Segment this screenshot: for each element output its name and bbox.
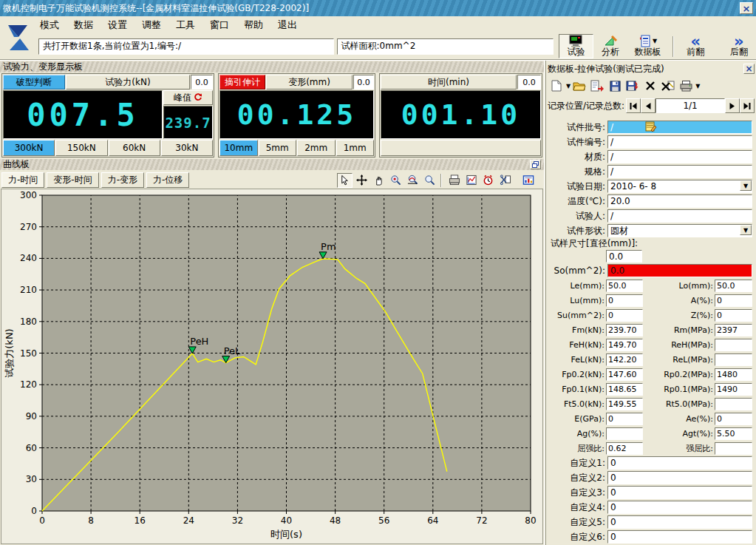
tab-deform-time[interactable]: 变形-时间 [47,172,98,188]
ft50-input[interactable] [606,398,643,410]
so-input[interactable] [607,264,752,277]
material-input[interactable] [607,150,752,163]
size-input[interactable] [606,250,642,263]
print-chart-icon[interactable] [446,173,462,188]
tab-force-displacement[interactable]: 力-位移 [146,172,189,188]
select-cursor-icon[interactable] [337,173,353,188]
timer-icon[interactable] [480,173,496,188]
custom4-input[interactable] [607,501,752,514]
force-range-300kn[interactable]: 300kN [3,140,55,156]
first-record-icon[interactable] [626,98,641,113]
feh-input[interactable] [606,339,643,351]
strength-ratio-input[interactable] [715,442,752,455]
deform-range-2mm[interactable]: 2mm [297,140,336,156]
deform-range-1mm[interactable]: 1mm [336,140,375,156]
deform-channel-button[interactable]: 变形(mm) [266,75,353,89]
close-icon[interactable]: × [740,2,753,14]
rm-input[interactable] [715,324,752,336]
peak-button[interactable]: 峰值 [163,90,213,105]
next-record-icon[interactable] [725,98,740,113]
custom5-input[interactable] [607,515,752,529]
move-crosshair-icon[interactable] [354,173,370,188]
tab-force-time[interactable]: 力-时间 [1,172,44,188]
force-time-chart[interactable]: 0816243240485664728003060901201501802102… [1,189,542,544]
fp01-input[interactable] [606,383,643,396]
ae-input[interactable] [715,413,752,425]
export-curve-icon[interactable] [463,173,479,188]
z-input[interactable] [715,309,752,322]
rp02-input[interactable] [715,368,752,381]
lo-input[interactable] [715,280,752,292]
reh-input[interactable] [715,339,752,351]
test-date-combo[interactable]: ▼ [607,180,752,193]
fm-input[interactable] [606,324,643,336]
save-as-icon[interactable] [624,78,641,94]
peak-refresh-icon[interactable] [194,93,202,102]
menu-data[interactable]: 数据 [72,18,95,33]
force-channel-button[interactable]: 试验力(kN) [66,75,190,89]
a-input[interactable] [715,294,752,307]
force-range-150kn[interactable]: 150kN [55,140,107,156]
new-record-icon[interactable] [548,78,565,94]
e-input[interactable] [606,413,643,425]
clip-curve-icon[interactable] [497,173,513,188]
zoom-in-icon[interactable] [388,173,403,188]
tester-input[interactable] [607,209,752,223]
rt50-input[interactable] [715,398,752,410]
batch-input[interactable] [607,121,752,134]
time-channel-button[interactable]: 时间(min) [381,75,517,89]
save-icon[interactable] [606,78,624,94]
force-range-60kn[interactable]: 60kN [109,140,160,156]
tab-force-deform[interactable]: 力-变形 [101,172,144,188]
print-record-icon[interactable] [677,78,695,94]
custom3-input[interactable] [607,486,752,499]
ag-input[interactable] [606,427,643,440]
le-input[interactable] [606,280,643,292]
shape-input[interactable] [607,224,752,237]
prev-page-button[interactable]: « 前翻 [678,34,712,58]
deform-range-10mm[interactable]: 10mm [219,140,258,156]
spec-input[interactable] [607,165,752,178]
agt-input[interactable] [715,427,752,440]
custom6-input[interactable] [607,530,752,544]
menu-tools[interactable]: 工具 [174,18,197,33]
databoard-dropdown-icon[interactable]: ▼ [653,38,657,45]
open-file-icon[interactable] [571,78,588,94]
analyze-button[interactable]: 分析 [593,34,627,58]
fp02-input[interactable] [606,368,643,381]
rp01-input[interactable] [715,383,752,396]
menu-window[interactable]: 窗口 [208,18,231,33]
menu-mode[interactable]: 模式 [38,18,61,33]
temperature-input[interactable] [607,194,752,208]
lu-input[interactable] [606,294,643,307]
remove-extensometer-button[interactable]: 摘引伸计 [219,75,265,89]
force-range-30kn[interactable]: 30kN [161,140,213,156]
next-page-button[interactable]: » 后翻 [722,34,756,58]
databoard-button[interactable]: ▼ 数据板 [627,34,668,58]
menu-help[interactable]: 帮助 [242,18,265,33]
menu-adjust[interactable]: 调整 [140,18,163,33]
last-record-icon[interactable] [740,98,755,113]
prev-record-icon[interactable] [641,98,655,113]
custom2-input[interactable] [607,471,752,484]
shape-dropdown-icon[interactable]: ▼ [740,225,752,235]
delete-all-icon[interactable] [659,78,677,94]
pan-hand-icon[interactable] [371,173,386,188]
su-input[interactable] [606,309,643,322]
restore-window-icon[interactable] [530,160,541,169]
break-judge-button[interactable]: 破型判断 [3,75,65,89]
specimen-no-input[interactable] [607,135,752,149]
print-dropdown-icon[interactable]: ▼ [695,83,700,89]
zoom-out-icon[interactable] [422,173,437,188]
data-view-icon[interactable] [520,173,536,188]
custom1-input[interactable] [607,456,752,470]
data-panel-close-icon[interactable]: × [743,64,755,74]
test-date-input[interactable] [607,180,752,193]
zoom-window-icon[interactable] [405,173,420,188]
delete-record-icon[interactable] [641,78,659,94]
rel-input[interactable] [715,353,752,366]
yield-ratio-input[interactable] [606,442,643,455]
test-mode-button[interactable]: 试验 [559,34,593,58]
manual-edit-icon[interactable] [645,121,657,135]
shape-combo[interactable]: ▼ [607,224,752,237]
